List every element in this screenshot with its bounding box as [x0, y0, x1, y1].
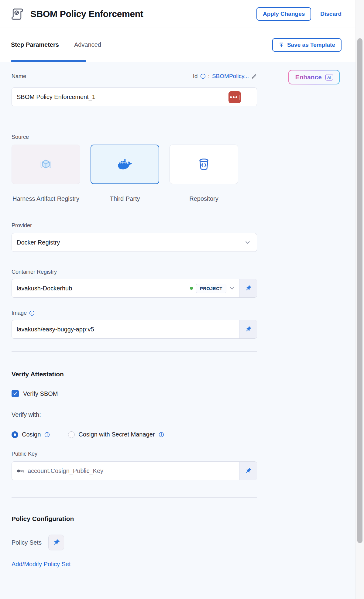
step-id-value[interactable]: SBOMPolicy... — [212, 73, 249, 80]
id-info-icon[interactable] — [200, 74, 206, 79]
container-registry-pin-button[interactable] — [239, 279, 257, 297]
edit-id-icon[interactable] — [251, 74, 257, 79]
enhance-label: Enhance — [295, 74, 322, 81]
public-key-value: account.Cosign_Public_Key — [28, 467, 103, 474]
public-key-pin-button[interactable] — [239, 462, 257, 480]
divider — [12, 497, 257, 498]
active-tab-indicator — [11, 60, 86, 62]
image-info-icon[interactable] — [29, 310, 35, 316]
verify-sbom-checkbox-row[interactable]: Verify SBOM — [12, 390, 355, 397]
source-label-repository: Repository — [170, 194, 238, 203]
sbom-policy-enforcement-panel: SBOM Policy Enforcement Apply Changes Di… — [0, 0, 364, 599]
pin-icon — [245, 467, 252, 474]
step-id-cluster: Id : SBOMPolicy... — [193, 73, 257, 80]
provider-select[interactable]: Docker Registry — [12, 233, 257, 252]
dot — [230, 96, 232, 98]
image-field: lavakush/easy-buggy-app:v5 — [12, 320, 257, 339]
connector-status-dot — [190, 287, 193, 290]
apply-changes-button[interactable]: Apply Changes — [256, 7, 311, 21]
tab-advanced[interactable]: Advanced — [74, 41, 101, 48]
pin-icon — [53, 539, 60, 546]
radio-cosign-selected[interactable] — [12, 431, 18, 438]
dot — [233, 96, 235, 98]
step-parameters-body: Enhance AI Name Id : SBOMPolicy... — [0, 62, 355, 599]
enhance-ai-inner: Enhance AI — [289, 70, 339, 84]
pin-icon — [245, 285, 252, 292]
provider-value: Docker Registry — [17, 239, 60, 246]
verify-with-label: Verify with: — [12, 411, 355, 418]
upload-icon — [279, 42, 284, 48]
docker-icon — [118, 157, 132, 171]
tabs: Step Parameters Advanced — [11, 41, 101, 48]
header-actions: Apply Changes Discard — [256, 7, 342, 21]
container-registry-label: Container Registry — [12, 269, 355, 275]
scope-badge[interactable]: PROJECT — [196, 284, 226, 293]
verify-with-radio-group: Cosign Cosign with Secret Manager — [12, 431, 355, 438]
public-key-field: account.Cosign_Public_Key — [12, 461, 257, 480]
source-card-labels: Harness Artifact Registry Third-Party Re… — [12, 194, 355, 203]
discard-button[interactable]: Discard — [320, 11, 342, 17]
repository-icon — [197, 157, 211, 171]
provider-label: Provider — [12, 222, 355, 229]
tab-bar: Step Parameters Advanced Save as Templat… — [0, 28, 355, 62]
policy-sets-pin-button[interactable] — [48, 535, 64, 550]
chevron-down-icon — [245, 239, 251, 245]
save-as-template-button[interactable]: Save as Template — [272, 38, 342, 52]
cosign-info-icon[interactable] — [44, 432, 50, 437]
pin-icon — [245, 326, 252, 333]
password-manager-autofill-icon[interactable] — [228, 91, 241, 103]
enhance-ai-button[interactable]: Enhance AI — [288, 70, 340, 84]
name-input-wrapper — [12, 87, 257, 106]
public-key-input[interactable]: account.Cosign_Public_Key — [12, 462, 239, 480]
source-label: Source — [12, 134, 355, 140]
source-card-harness-artifact-registry[interactable] — [12, 145, 80, 184]
caret-bar — [239, 95, 240, 100]
divider — [12, 121, 257, 121]
name-label: Name — [12, 73, 26, 80]
source-label-third-party: Third-Party — [91, 194, 159, 203]
policy-configuration-heading: Policy Configuration — [12, 515, 355, 522]
checkbox-checked-icon[interactable] — [12, 390, 19, 397]
scrollbar-thumb[interactable] — [357, 38, 362, 543]
tab-step-parameters[interactable]: Step Parameters — [11, 41, 59, 48]
add-modify-policy-set-link[interactable]: Add/Modify Policy Set — [12, 561, 71, 568]
source-card-third-party[interactable] — [91, 145, 159, 184]
image-label: Image — [12, 310, 27, 316]
cosign-secret-manager-info-icon[interactable] — [159, 432, 164, 437]
container-registry-field: lavakush-Dockerhub PROJECT — [12, 279, 257, 298]
cosign-secret-manager-radio-label[interactable]: Cosign with Secret Manager — [78, 431, 155, 438]
public-key-label: Public Key — [12, 451, 355, 457]
name-input[interactable] — [17, 94, 252, 101]
source-label-harness-artifact-registry: Harness Artifact Registry — [12, 194, 80, 203]
chevron-down-icon[interactable] — [229, 286, 235, 291]
dot — [235, 96, 237, 98]
id-separator: : — [208, 73, 210, 80]
verify-sbom-label: Verify SBOM — [23, 390, 58, 397]
cosign-radio-label[interactable]: Cosign — [22, 431, 41, 438]
page-title: SBOM Policy Enforcement — [30, 9, 143, 19]
header: SBOM Policy Enforcement Apply Changes Di… — [0, 0, 355, 28]
save-as-template-label: Save as Template — [287, 42, 335, 48]
id-label: Id — [193, 73, 198, 80]
source-card-repository[interactable] — [170, 145, 238, 184]
ai-badge: AI — [325, 74, 333, 80]
image-value: lavakush/easy-buggy-app:v5 — [17, 326, 94, 333]
name-row: Name Id : SBOMPolicy... — [12, 73, 257, 80]
key-icon — [17, 469, 25, 473]
cube-icon — [39, 158, 53, 171]
container-registry-input[interactable]: lavakush-Dockerhub PROJECT — [12, 279, 239, 297]
image-pin-button[interactable] — [239, 320, 257, 338]
policy-sets-row: Policy Sets — [12, 535, 355, 550]
radio-cosign-secret-manager[interactable] — [68, 431, 75, 438]
container-registry-value: lavakush-Dockerhub — [17, 285, 72, 292]
image-input[interactable]: lavakush/easy-buggy-app:v5 — [12, 320, 239, 338]
image-label-row: Image — [12, 310, 355, 316]
scrollbar — [355, 0, 364, 599]
verify-attestation-heading: Verify Attestation — [12, 371, 355, 378]
divider — [12, 351, 257, 352]
policy-sets-label: Policy Sets — [12, 539, 42, 546]
sbom-scroll-icon — [11, 7, 25, 21]
source-cards — [12, 145, 355, 184]
